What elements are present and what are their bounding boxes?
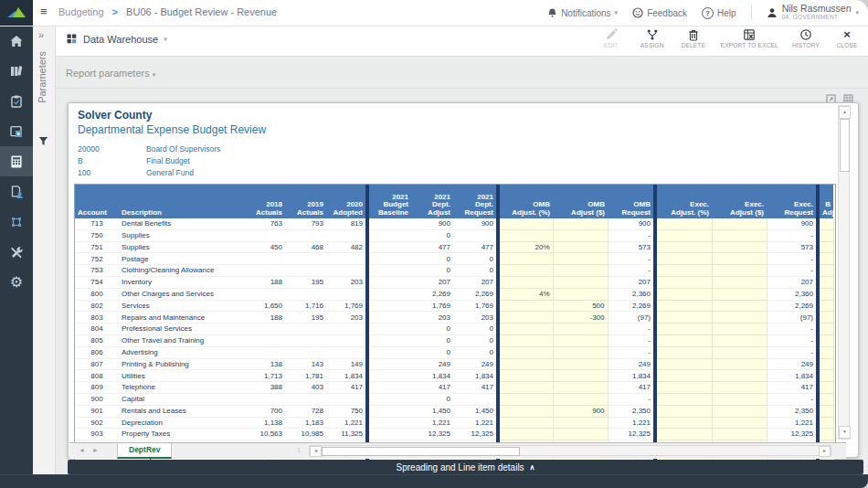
cell-partial[interactable] bbox=[820, 312, 833, 324]
cell-execpct[interactable] bbox=[657, 276, 712, 288]
delete-button[interactable]: DELETE bbox=[680, 28, 707, 48]
horizontal-scrollbar[interactable]: ◄ ► bbox=[309, 445, 831, 456]
cell-ombpct[interactable] bbox=[500, 429, 553, 440]
cell-partial[interactable] bbox=[820, 241, 833, 253]
cell-ombdlr[interactable] bbox=[553, 265, 608, 277]
cell-execpct[interactable] bbox=[657, 288, 712, 300]
cell-ombdlr[interactable] bbox=[553, 346, 608, 358]
sheet-tab-deptrev[interactable]: DeptRev bbox=[117, 443, 172, 459]
cell-ombpct[interactable] bbox=[500, 324, 553, 335]
cell-execpct[interactable] bbox=[657, 417, 712, 429]
cell-execdlr[interactable] bbox=[712, 241, 767, 253]
cell-partial[interactable] bbox=[820, 276, 833, 288]
cell-ombdlr[interactable] bbox=[553, 229, 608, 241]
cell-partial[interactable] bbox=[820, 382, 833, 394]
cell-ombdlr[interactable] bbox=[553, 393, 608, 405]
cell-ombdlr[interactable]: 500 bbox=[553, 300, 608, 312]
cell-execdlr[interactable] bbox=[712, 324, 767, 335]
cell-ombdlr[interactable]: 900 bbox=[553, 405, 608, 417]
cell-partial[interactable] bbox=[820, 358, 833, 370]
cell-ombdlr[interactable] bbox=[553, 241, 608, 253]
cell-execpct[interactable] bbox=[657, 218, 712, 229]
cell-execdlr[interactable] bbox=[712, 405, 767, 417]
spreading-details-bar[interactable]: Spreading and Line item details ∧ bbox=[68, 460, 863, 474]
cell-execpct[interactable] bbox=[657, 312, 712, 324]
scroll-right-button[interactable]: ► bbox=[819, 446, 831, 457]
sidebar-item-settings[interactable]: ⚙ bbox=[0, 267, 33, 297]
cell-ombpct[interactable] bbox=[500, 265, 553, 277]
notifications-button[interactable]: Notifications ▾ bbox=[547, 7, 618, 18]
cell-execdlr[interactable] bbox=[712, 346, 767, 358]
cell-execdlr[interactable] bbox=[712, 393, 767, 405]
cell-execpct[interactable] bbox=[657, 265, 712, 277]
cell-partial[interactable] bbox=[820, 405, 833, 417]
cell-ombpct[interactable] bbox=[500, 276, 553, 288]
cell-execpct[interactable] bbox=[657, 324, 712, 335]
solver-logo-icon[interactable] bbox=[0, 0, 33, 26]
tab-splitter-handle[interactable]: ⁞ bbox=[298, 446, 300, 454]
cell-ombdlr[interactable] bbox=[553, 253, 608, 265]
cell-ombpct[interactable] bbox=[500, 346, 553, 358]
cell-ombpct[interactable] bbox=[500, 334, 553, 346]
cell-execdlr[interactable] bbox=[712, 382, 767, 394]
cell-partial[interactable] bbox=[820, 417, 833, 429]
user-menu[interactable]: Nils Rasmussen 04. Government ▾ bbox=[767, 4, 859, 22]
cell-ombpct[interactable] bbox=[500, 382, 553, 394]
feedback-button[interactable]: Feedback bbox=[632, 7, 687, 18]
cell-partial[interactable] bbox=[820, 265, 833, 277]
report-parameters-toggle[interactable]: Report parameters ▾ bbox=[66, 68, 155, 79]
assign-button[interactable]: ASSIGN bbox=[639, 28, 666, 48]
cell-ombdlr[interactable] bbox=[553, 324, 608, 335]
sidebar-item-planning[interactable] bbox=[0, 86, 33, 116]
cell-partial[interactable] bbox=[820, 429, 833, 440]
cell-partial[interactable] bbox=[820, 218, 833, 229]
cell-ombpct[interactable] bbox=[500, 229, 553, 241]
hamburger-icon[interactable]: ≡ bbox=[40, 5, 48, 18]
cell-ombpct[interactable] bbox=[500, 218, 553, 229]
cell-partial[interactable] bbox=[820, 324, 833, 335]
cell-execdlr[interactable] bbox=[712, 253, 767, 265]
sidebar-item-assignments[interactable] bbox=[0, 176, 33, 207]
cell-partial[interactable] bbox=[820, 288, 833, 300]
cell-execdlr[interactable] bbox=[712, 358, 767, 370]
cell-execdlr[interactable] bbox=[712, 370, 767, 382]
cell-execpct[interactable] bbox=[657, 358, 712, 370]
cell-execpct[interactable] bbox=[657, 429, 712, 440]
history-button[interactable]: HISTORY bbox=[792, 28, 820, 48]
cell-execpct[interactable] bbox=[657, 382, 712, 394]
sidebar-item-report-player[interactable] bbox=[0, 116, 33, 146]
cell-partial[interactable] bbox=[820, 253, 833, 265]
sidebar-item-workflow[interactable] bbox=[0, 207, 33, 237]
cell-ombpct[interactable] bbox=[500, 358, 553, 370]
breadcrumb-app[interactable]: Budgeting bbox=[58, 6, 104, 17]
cell-ombdlr[interactable]: -300 bbox=[553, 312, 608, 324]
cell-execpct[interactable] bbox=[657, 370, 712, 382]
cell-ombpct[interactable] bbox=[500, 253, 553, 265]
cell-ombpct[interactable] bbox=[500, 370, 553, 382]
cell-execdlr[interactable] bbox=[712, 265, 767, 277]
sheet-nav-arrows[interactable]: ◄► bbox=[79, 447, 106, 453]
cell-ombdlr[interactable] bbox=[553, 276, 608, 288]
close-button[interactable]: × CLOSE bbox=[833, 28, 861, 48]
cell-execdlr[interactable] bbox=[712, 276, 767, 288]
cell-ombpct[interactable] bbox=[500, 405, 553, 417]
vertical-scrollbar[interactable]: ▲ ▼ bbox=[838, 105, 850, 440]
parameters-rail-label[interactable]: Parameters bbox=[37, 51, 48, 103]
cell-execpct[interactable] bbox=[657, 300, 712, 312]
cell-ombdlr[interactable] bbox=[553, 429, 608, 440]
cell-execdlr[interactable] bbox=[712, 334, 767, 346]
cell-ombdlr[interactable] bbox=[553, 358, 608, 370]
cell-execdlr[interactable] bbox=[712, 218, 767, 229]
cell-execpct[interactable] bbox=[657, 241, 712, 253]
cell-execpct[interactable] bbox=[657, 405, 712, 417]
cell-ombpct[interactable] bbox=[500, 312, 553, 324]
cell-ombpct[interactable]: 20% bbox=[500, 241, 553, 253]
hscroll-thumb[interactable] bbox=[322, 447, 520, 456]
cell-partial[interactable] bbox=[820, 393, 833, 405]
cell-ombpct[interactable] bbox=[500, 417, 553, 429]
expand-rail-icon[interactable]: » bbox=[38, 29, 44, 40]
scroll-left-button[interactable]: ◄ bbox=[310, 446, 322, 457]
cell-partial[interactable] bbox=[820, 346, 833, 358]
cell-execpct[interactable] bbox=[657, 334, 712, 346]
cell-partial[interactable] bbox=[820, 229, 833, 241]
